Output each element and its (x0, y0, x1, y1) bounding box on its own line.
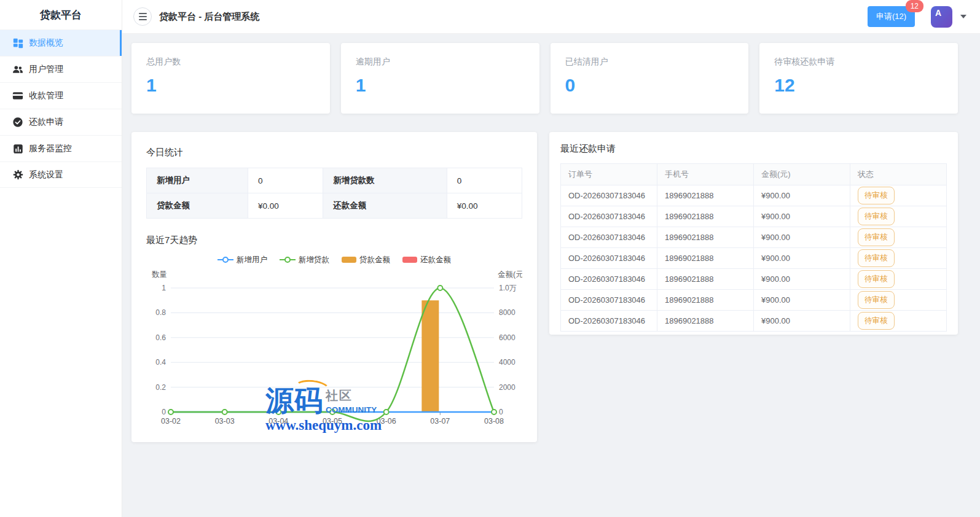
status-cell: 待审核 (850, 290, 947, 311)
order-cell: OD-20260307183046 (561, 227, 657, 248)
today-stat-value: ¥0.00 (248, 193, 323, 219)
today-stat-label: 贷款金额 (147, 193, 248, 219)
order-cell: OD-20260307183046 (561, 248, 657, 269)
topbar-right: 申请(12) 12 A (868, 6, 966, 28)
server-monitor-icon (12, 143, 23, 154)
status-badge: 待审核 (858, 228, 895, 246)
svg-text:8000: 8000 (499, 308, 515, 317)
legend-label: 新增贷款 (299, 255, 329, 265)
legend-label: 还款金额 (420, 255, 451, 265)
today-stat-value: ¥0.00 (447, 193, 522, 219)
legend-line-marker (218, 256, 233, 263)
order-cell: OD-20260307183046 (561, 269, 657, 290)
users-icon (12, 64, 23, 75)
svg-text:03-07: 03-07 (430, 417, 450, 426)
svg-text:金额(元): 金额(元) (498, 270, 522, 279)
stat-label: 已结清用户 (565, 56, 734, 68)
sidebar-item-label: 服务器监控 (29, 143, 72, 154)
phone-cell: 18969021888 (657, 185, 754, 206)
sidebar: 贷款平台 数据概览 用户管理 收款管理 还款申请 (0, 0, 122, 517)
today-stats-panel: 今日统计 新增用户 0 新增贷款数 0 贷款金额 ¥0.00 (131, 132, 537, 442)
status-badge: 待审核 (858, 270, 895, 288)
stat-value: 0 (565, 75, 734, 96)
table-row: OD-2026030718304618969021888¥900.00待审核 (561, 206, 947, 227)
main-content: 总用户数 1 逾期用户 1 已结清用户 0 待审核还款申请 12 今日统计 (122, 34, 980, 517)
sidebar-item-label: 收款管理 (29, 90, 63, 101)
recent-table-body: OD-2026030718304618969021888¥900.00待审核OD… (561, 185, 947, 332)
sidebar-item-repayment-requests[interactable]: 还款申请 (0, 109, 122, 135)
svg-text:6000: 6000 (499, 333, 515, 342)
svg-text:数量: 数量 (152, 270, 167, 279)
check-circle-icon (12, 117, 23, 128)
trend-chart: 新增用户新增贷款贷款金额还款金额 数量金额(元)000.220000.44000… (146, 254, 522, 429)
stat-label: 逾期用户 (356, 56, 525, 68)
topbar: 贷款平台 - 后台管理系统 申请(12) 12 A (122, 0, 980, 34)
phone-cell: 18969021888 (657, 290, 754, 311)
legend-bar-marker (402, 256, 417, 263)
sidebar-item-payment-management[interactable]: 收款管理 (0, 82, 122, 109)
svg-text:0.6: 0.6 (155, 333, 166, 342)
legend-item[interactable]: 新增用户 (218, 255, 267, 265)
svg-text:1: 1 (162, 284, 166, 292)
dashboard-icon (12, 37, 23, 49)
sidebar-toggle-button[interactable] (133, 7, 152, 26)
stat-card-overdue-users: 逾期用户 1 (341, 43, 539, 114)
stat-value: 1 (356, 75, 525, 96)
page-title: 贷款平台 - 后台管理系统 (159, 11, 259, 23)
status-badge: 待审核 (858, 291, 895, 309)
phone-cell: 18969021888 (657, 227, 754, 248)
amount-cell: ¥900.00 (754, 290, 850, 311)
phone-cell: 18969021888 (657, 248, 754, 269)
sidebar-item-data-overview[interactable]: 数据概览 (0, 29, 122, 56)
amount-cell: ¥900.00 (754, 311, 850, 332)
recent-repayments-title: 最近还款申请 (560, 143, 947, 155)
legend-bar-marker (342, 256, 356, 263)
table-row: 贷款金额 ¥0.00 还款金额 ¥0.00 (147, 193, 522, 219)
svg-text:0.2: 0.2 (155, 383, 166, 392)
svg-text:03-02: 03-02 (161, 417, 181, 426)
stat-card-settled-users: 已结清用户 0 (551, 43, 749, 114)
col-phone: 手机号 (657, 164, 754, 185)
amount-cell: ¥900.00 (754, 269, 850, 290)
svg-text:0.8: 0.8 (155, 308, 166, 317)
svg-text:03-08: 03-08 (484, 417, 504, 426)
legend-item[interactable]: 还款金额 (402, 255, 451, 265)
sidebar-item-system-settings[interactable]: 系统设置 (0, 161, 122, 188)
status-cell: 待审核 (850, 227, 947, 248)
sidebar-item-server-monitor[interactable]: 服务器监控 (0, 135, 122, 161)
card-icon (12, 90, 23, 101)
gear-icon (12, 169, 23, 181)
legend-label: 贷款金额 (359, 255, 390, 265)
sidebar-item-label: 用户管理 (29, 64, 63, 75)
today-stats-table: 新增用户 0 新增贷款数 0 贷款金额 ¥0.00 还款金额 ¥0.00 (146, 168, 522, 219)
panels-row: 今日统计 新增用户 0 新增贷款数 0 贷款金额 ¥0.00 (131, 132, 958, 442)
amount-cell: ¥900.00 (754, 248, 850, 269)
svg-text:1.0万: 1.0万 (499, 284, 517, 292)
amount-cell: ¥900.00 (754, 227, 850, 248)
svg-text:03-05: 03-05 (323, 417, 342, 426)
svg-text:03-03: 03-03 (215, 417, 235, 426)
stat-card-total-users: 总用户数 1 (131, 43, 330, 114)
status-badge: 待审核 (858, 208, 895, 225)
legend-item[interactable]: 贷款金额 (342, 255, 390, 265)
sidebar-item-label: 系统设置 (29, 169, 63, 181)
table-row: OD-2026030718304618969021888¥900.00待审核 (561, 290, 947, 311)
hamburger-icon (139, 13, 147, 14)
svg-text:2000: 2000 (499, 383, 515, 392)
col-amount: 金额(元) (754, 164, 850, 185)
amount-cell: ¥900.00 (754, 206, 850, 227)
legend-item[interactable]: 新增贷款 (280, 255, 329, 265)
sidebar-item-label: 数据概览 (29, 37, 63, 49)
today-stats-title: 今日统计 (146, 147, 522, 158)
stat-value: 1 (146, 75, 315, 96)
avatar[interactable]: A (931, 6, 952, 28)
chevron-down-icon[interactable] (960, 15, 966, 18)
sidebar-title: 贷款平台 (0, 0, 122, 29)
sidebar-item-user-management[interactable]: 用户管理 (0, 56, 122, 82)
svg-text:0.4: 0.4 (155, 358, 166, 367)
order-cell: OD-20260307183046 (561, 206, 657, 227)
status-badge: 待审核 (858, 312, 895, 330)
table-row: OD-2026030718304618969021888¥900.00待审核 (561, 311, 947, 332)
amount-cell: ¥900.00 (754, 185, 850, 206)
table-row: OD-2026030718304618969021888¥900.00待审核 (561, 248, 947, 269)
